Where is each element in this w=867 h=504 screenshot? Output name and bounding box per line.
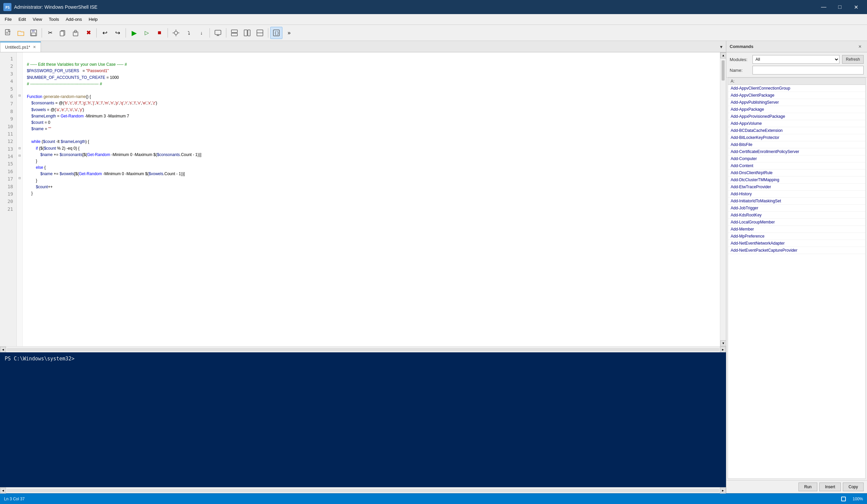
command-item[interactable]: Add-MpPreference — [728, 233, 865, 240]
command-item[interactable]: Add-BitLockerKeyProtector — [728, 134, 865, 141]
command-item[interactable]: Add-EtwTraceProvider — [728, 184, 865, 190]
vscroll-track — [720, 58, 726, 340]
tab-untitled1[interactable]: Untitled1.ps1* ✕ — [0, 42, 41, 52]
toolbar-paste[interactable] — [69, 27, 82, 39]
tab-bar: Untitled1.ps1* ✕ ▼ — [0, 41, 726, 52]
menu-help[interactable]: Help — [85, 15, 101, 23]
command-item[interactable]: Add-BCDataCacheExtension — [728, 127, 865, 134]
menu-addons[interactable]: Add-ons — [63, 15, 85, 23]
term-hscroll-track[interactable] — [7, 489, 719, 492]
line-num-4: 4 — [3, 77, 13, 85]
terminal-hscroll[interactable]: ◄ ► — [0, 487, 726, 493]
command-item[interactable]: Add-InitiatorIdToMaskingSet — [728, 198, 865, 205]
term-hscroll-right[interactable]: ► — [720, 487, 726, 494]
fold-btn-14[interactable]: ⊟ — [17, 153, 22, 160]
hscroll-right[interactable]: ► — [720, 347, 726, 353]
tab-close-btn[interactable]: ✕ — [33, 45, 36, 49]
vscroll-down[interactable]: ▼ — [720, 340, 726, 346]
hscroll-left[interactable]: ◄ — [0, 347, 6, 353]
toolbar-sep3 — [126, 28, 126, 37]
toolbar-step-over[interactable]: ⤵ — [183, 27, 195, 39]
menu-view[interactable]: View — [29, 15, 45, 23]
command-item[interactable]: Add-AppvClientConnectionGroup — [728, 85, 865, 92]
toolbar-stop[interactable]: ■ — [153, 27, 165, 39]
command-item[interactable]: Add-BitsFile — [728, 141, 865, 148]
code-editor-section: 1 2 3 4 5 6 7 8 9 10 11 12 13 14 15 16 1… — [0, 52, 726, 346]
menu-tools[interactable]: Tools — [45, 15, 62, 23]
code-vscroll[interactable]: ▲ ▼ — [720, 52, 726, 346]
command-item[interactable]: Add-AppxPackage — [728, 106, 865, 113]
fold-btn-13[interactable]: ⊟ — [17, 145, 22, 153]
command-item[interactable]: Add-CertificateEnrollmentPolicyServer — [728, 148, 865, 155]
fold-btn-6[interactable]: ⊟ — [17, 92, 22, 100]
commands-close-btn[interactable]: ✕ — [856, 43, 864, 50]
menu-file[interactable]: File — [1, 15, 15, 23]
line-num-10: 10 — [3, 123, 13, 130]
tab-nav-dropdown[interactable]: ▼ — [717, 42, 726, 52]
run-button[interactable]: Run — [799, 483, 817, 491]
hscroll-track[interactable] — [7, 348, 719, 351]
toolbar-new[interactable] — [2, 27, 14, 39]
command-item[interactable]: Add-AppxProvisionedPackage — [728, 113, 865, 120]
toolbar-remote[interactable] — [212, 27, 224, 39]
line-num-20: 20 — [3, 198, 13, 205]
toolbar-clear[interactable]: ✖ — [82, 27, 94, 39]
editor-pane: Untitled1.ps1* ✕ ▼ 1 2 3 4 5 6 7 8 9 10 … — [0, 41, 726, 493]
title-bar: PS Administrator: Windows PowerShell ISE… — [0, 0, 867, 14]
close-button[interactable]: ✕ — [848, 0, 864, 14]
refresh-button[interactable]: Refresh — [842, 55, 864, 64]
status-position: Ln 3 Col 37 — [4, 497, 24, 501]
toolbar-more[interactable]: » — [283, 27, 295, 39]
command-item[interactable]: Add-Content — [728, 162, 865, 169]
terminal-pane[interactable]: PS C:\Windows\system32> — [0, 352, 726, 487]
vscroll-up[interactable]: ▲ — [720, 52, 726, 58]
toolbar-debug[interactable] — [170, 27, 182, 39]
command-item[interactable]: Add-JobTrigger — [728, 205, 865, 212]
toolbar-toggle-console[interactable] — [241, 27, 253, 39]
toolbar-toggle-script[interactable] — [228, 27, 240, 39]
toolbar-step-into[interactable]: ↓ — [195, 27, 207, 39]
copy-button[interactable]: Copy — [843, 483, 864, 491]
command-item[interactable]: Add-NetEventPacketCaptureProvider — [728, 247, 865, 254]
name-label: Name: — [730, 68, 750, 73]
command-item[interactable]: Add-History — [728, 190, 865, 198]
svg-rect-21 — [231, 30, 237, 33]
window-title: Administrator: Windows PowerShell ISE — [14, 4, 97, 10]
toolbar-sep5 — [210, 28, 210, 37]
command-item[interactable]: Add-AppxVolume — [728, 120, 865, 127]
toolbar-open[interactable] — [15, 27, 27, 39]
maximize-button[interactable]: □ — [832, 0, 847, 14]
command-item[interactable]: Add-LocalGroupMember — [728, 219, 865, 226]
code-hscroll[interactable]: ◄ ► — [0, 346, 726, 352]
command-item[interactable]: Add-Member — [728, 226, 865, 233]
toolbar-undo[interactable]: ↩ — [99, 27, 111, 39]
command-item[interactable]: Add-AppvPublishingServer — [728, 99, 865, 106]
command-item[interactable]: Add-Computer — [728, 155, 865, 162]
toolbar-show-commands[interactable]: {} — [270, 27, 282, 39]
toolbar-save[interactable] — [28, 27, 40, 39]
toolbar-sep1 — [42, 28, 42, 37]
toolbar-run-sel[interactable]: ▷ — [141, 27, 153, 39]
toolbar-cut[interactable]: ✂ — [44, 27, 56, 39]
toolbar-copy[interactable] — [57, 27, 69, 39]
toolbar-redo[interactable]: ↪ — [111, 27, 124, 39]
code-content[interactable]: # ----- Edit these Variables for your ow… — [23, 52, 720, 346]
command-item[interactable]: Add-NetEventNetworkAdapter — [728, 240, 865, 247]
term-hscroll-left[interactable]: ◄ — [0, 487, 6, 494]
command-item[interactable]: Add-AppvClientPackage — [728, 92, 865, 99]
menu-edit[interactable]: Edit — [15, 15, 29, 23]
command-item[interactable]: Add-DnsClientNrptRule — [728, 169, 865, 176]
vscroll-thumb[interactable] — [721, 61, 725, 80]
command-item[interactable]: Add-KdsRootKey — [728, 212, 865, 219]
name-input[interactable] — [752, 66, 864, 75]
fold-btn-17[interactable]: ⊟ — [17, 175, 22, 183]
toolbar-run[interactable]: ▶ — [128, 27, 140, 39]
svg-rect-18 — [215, 30, 221, 35]
line-num-7: 7 — [3, 100, 13, 107]
command-item[interactable]: Add-DtcClusterTMMapping — [728, 176, 865, 184]
minimize-button[interactable]: — — [816, 0, 832, 14]
title-bar-left: PS Administrator: Windows PowerShell ISE — [3, 3, 97, 11]
insert-button[interactable]: Insert — [819, 483, 841, 491]
toolbar-toggle-both[interactable] — [254, 27, 266, 39]
modules-select[interactable]: All — [752, 55, 839, 64]
